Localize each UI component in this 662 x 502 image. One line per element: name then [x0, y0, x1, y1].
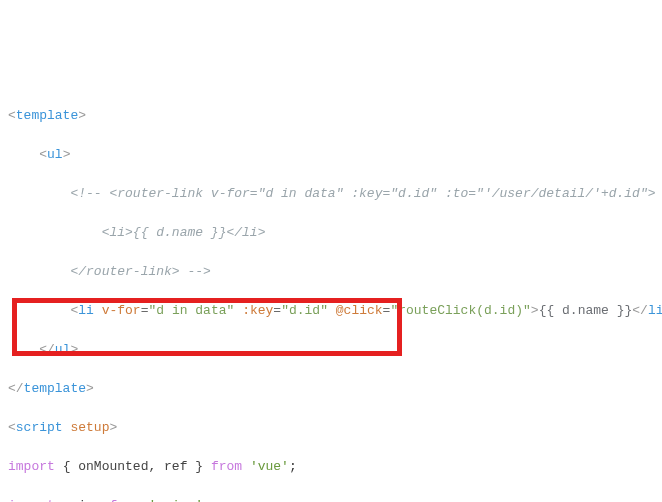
code-line: <script setup>: [8, 418, 662, 438]
code-line: <li v-for="d in data" :key="d.id" @click…: [8, 301, 662, 321]
code-line: import { onMounted, ref } from 'vue';: [8, 457, 662, 477]
code-line: <ul>: [8, 145, 662, 165]
code-line: </router-link> -->: [8, 262, 662, 282]
code-line: <!-- <router-link v-for="d in data" :key…: [8, 184, 662, 204]
code-line: <template>: [8, 106, 662, 126]
code-line: <li>{{ d.name }}</li>: [8, 223, 662, 243]
code-block: { "code": { "l1": "<template>", "l2": " …: [8, 28, 662, 503]
code-line: import axios from 'axios': [8, 496, 662, 503]
code-line: </ul>: [8, 340, 662, 360]
code-line: </template>: [8, 379, 662, 399]
